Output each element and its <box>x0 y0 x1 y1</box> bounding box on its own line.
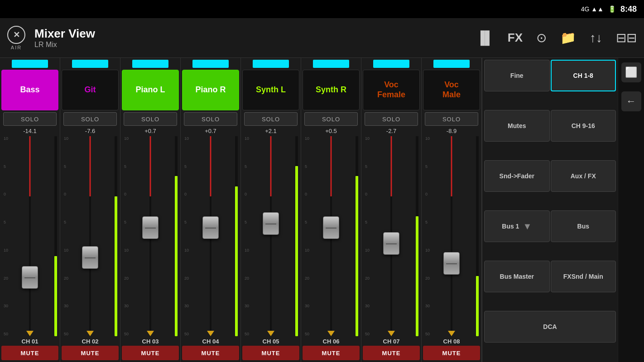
chart-icon[interactable]: ▐▌ <box>476 31 494 45</box>
mixer-settings-icon[interactable]: ⊟⊟ <box>616 30 637 45</box>
level-meter-ch03 <box>175 136 178 336</box>
fader-handle-ch07[interactable] <box>383 232 399 255</box>
rp-button-bus1[interactable]: Bus 1▼ <box>484 210 550 242</box>
fader-handle-ch01[interactable] <box>22 266 38 289</box>
rp-button-dca[interactable]: DCA <box>484 311 616 343</box>
fader-section-ch05: +2.11050510203050 <box>241 128 301 336</box>
download-icon[interactable]: ↑↓ <box>590 31 602 45</box>
logo-area: ✕ AIR <box>7 26 25 50</box>
fader-handle-ch04[interactable] <box>202 216 219 239</box>
solo-button-ch07[interactable]: SOLO <box>365 112 418 126</box>
time-display: 8:48 <box>620 5 637 14</box>
fader-section-ch08: -8.91050510203050 <box>422 128 481 336</box>
solo-button-ch05[interactable]: SOLO <box>244 112 298 126</box>
channel-label-ch06: CH 06 <box>323 338 340 345</box>
channel-label-ch08: CH 08 <box>443 338 460 345</box>
channel-label-ch01: CH 01 <box>22 338 38 345</box>
right-panel: FineCH 1-8MutesCH 9-16Snd->FaderAux / FX… <box>482 58 618 362</box>
rp-button-ch9-16[interactable]: CH 9-16 <box>551 110 616 142</box>
channel-name-ch01[interactable]: Bass <box>1 70 58 110</box>
fader-value-ch01: -14.1 <box>23 128 37 134</box>
rp-button-ch1-8[interactable]: CH 1-8 <box>551 60 616 91</box>
mixer-area: BassSOLO-14.11050510203050CH 01MUTEGitSO… <box>0 58 482 362</box>
mute-button-ch08[interactable]: MUTE <box>423 346 480 360</box>
fader-handle-ch02[interactable] <box>82 246 98 269</box>
solo-button-ch06[interactable]: SOLO <box>304 112 358 126</box>
fader-scale-ch02: 1050510203050 <box>64 136 68 336</box>
fader-scale-ch07: 1050510203050 <box>365 136 370 336</box>
mute-button-ch01[interactable]: MUTE <box>1 346 58 360</box>
camera-icon[interactable]: ⊙ <box>536 30 547 45</box>
mute-button-ch04[interactable]: MUTE <box>182 346 239 360</box>
fx-button[interactable]: FX <box>508 31 523 45</box>
fader-scale-ch03: 1050510203050 <box>124 136 129 336</box>
battery-icon: 🔋 <box>608 5 616 13</box>
channel-indicator-ch02 <box>72 60 108 68</box>
triangle-ch03 <box>147 331 154 336</box>
fader-track-ch05 <box>270 136 272 336</box>
fader-handle-ch05[interactable] <box>263 212 279 235</box>
title-area: Mixer View LR Mix <box>34 27 95 49</box>
triangle-ch02 <box>87 331 94 336</box>
rp-button-aux-fx[interactable]: Aux / FX <box>551 160 616 192</box>
triangle-ch08 <box>448 331 455 336</box>
level-fill-ch06 <box>356 176 358 336</box>
fader-scale-ch05: 1050510203050 <box>245 136 249 336</box>
nav-back-button[interactable]: ← <box>621 91 641 111</box>
mute-button-ch02[interactable]: MUTE <box>62 346 118 360</box>
channel-indicator-ch01 <box>12 60 48 68</box>
folder-icon[interactable]: 📁 <box>560 30 576 45</box>
fader-handle-ch03[interactable] <box>142 216 159 239</box>
mute-button-ch07[interactable]: MUTE <box>363 346 419 360</box>
channel-name-ch03[interactable]: Piano L <box>122 70 178 110</box>
channel-ch01: BassSOLO-14.11050510203050CH 01MUTE <box>0 58 60 362</box>
fader-value-ch02: -7.6 <box>85 128 95 134</box>
triangle-ch06 <box>327 331 335 336</box>
fader-handle-ch08[interactable] <box>443 252 460 275</box>
fader-handle-ch06[interactable] <box>323 216 339 239</box>
channel-name-ch04[interactable]: Piano R <box>182 70 239 110</box>
fader-track-container-ch06: 1050510203050 <box>301 136 361 336</box>
rp-button-bus-master[interactable]: Bus Master <box>484 261 550 292</box>
rp-button-snd-fader[interactable]: Snd->Fader <box>484 160 550 192</box>
solo-button-ch02[interactable]: SOLO <box>63 112 117 126</box>
fader-track-container-ch03: 1050510203050 <box>120 136 180 336</box>
fader-section-ch02: -7.61050510203050 <box>60 128 120 336</box>
channel-indicator-ch05 <box>253 60 288 68</box>
level-meter-ch02 <box>115 136 117 336</box>
mute-button-ch05[interactable]: MUTE <box>242 346 299 360</box>
level-meter-ch06 <box>356 136 358 336</box>
solo-button-ch01[interactable]: SOLO <box>3 112 57 126</box>
channel-name-ch07[interactable]: VocFemale <box>363 70 419 110</box>
channel-name-ch08[interactable]: VocMale <box>423 70 480 110</box>
mute-button-ch06[interactable]: MUTE <box>303 346 359 360</box>
level-meter-ch05 <box>295 136 298 336</box>
triangle-ch07 <box>388 331 395 336</box>
rp-button-bus[interactable]: Bus <box>551 210 616 242</box>
channel-indicator-ch08 <box>433 60 469 68</box>
channel-label-ch04: CH 04 <box>202 338 219 345</box>
mute-button-ch03[interactable]: MUTE <box>122 346 178 360</box>
nav-home-button[interactable]: ⬜ <box>621 62 641 82</box>
level-fill-ch05 <box>295 166 298 336</box>
channel-name-ch05[interactable]: Synth L <box>242 70 299 110</box>
channel-name-ch06[interactable]: Synth R <box>303 70 359 110</box>
level-fill-ch04 <box>235 186 238 337</box>
channel-ch04: Piano RSOLO+0.71050510203050CH 04MUTE <box>181 58 241 362</box>
fader-track-ch02 <box>89 136 91 336</box>
channel-name-ch02[interactable]: Git <box>62 70 118 110</box>
fader-section-ch07: -2.71050510203050 <box>361 128 421 336</box>
fader-track-container-ch07: 1050510203050 <box>361 136 421 336</box>
solo-button-ch04[interactable]: SOLO <box>184 112 238 126</box>
solo-button-ch03[interactable]: SOLO <box>124 112 178 126</box>
level-fill-ch08 <box>476 276 479 336</box>
channel-label-ch02: CH 02 <box>82 338 99 345</box>
rp-button-fxsnd-main[interactable]: FXSnd / Main <box>551 261 616 292</box>
fader-section-ch04: +0.71050510203050 <box>181 128 240 336</box>
channel-ch03: Piano LSOLO+0.71050510203050CH 03MUTE <box>120 58 181 362</box>
channel-indicator-ch07 <box>373 60 409 68</box>
channel-ch06: Synth RSOLO+0.51050510203050CH 06MUTE <box>301 58 361 362</box>
rp-button-fine[interactable]: Fine <box>484 60 550 91</box>
solo-button-ch08[interactable]: SOLO <box>425 112 479 126</box>
rp-button-mutes[interactable]: Mutes <box>484 110 550 142</box>
